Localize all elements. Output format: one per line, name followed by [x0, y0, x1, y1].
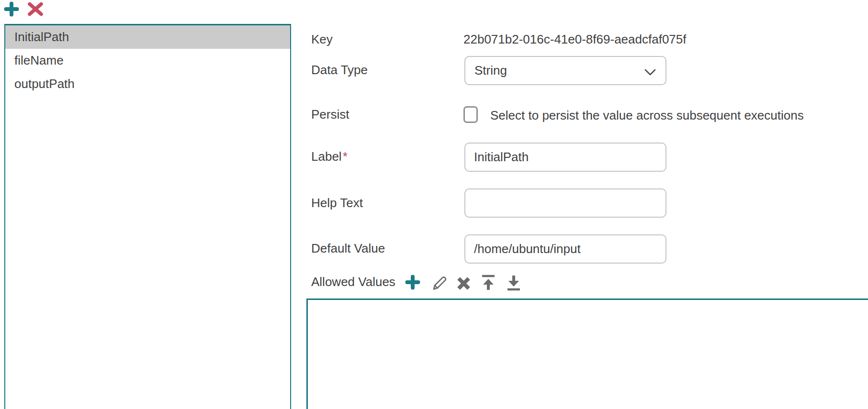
- data-type-selected-value: String: [474, 63, 507, 78]
- variable-list-item[interactable]: outputPath: [5, 72, 290, 96]
- variable-list-item[interactable]: fileName: [5, 49, 290, 72]
- data-type-select[interactable]: String: [464, 56, 666, 85]
- chevron-down-icon: [644, 69, 656, 76]
- persist-checkbox[interactable]: [463, 106, 478, 123]
- required-asterisk: *: [343, 149, 348, 164]
- allowed-values-move-bottom-icon[interactable]: [506, 275, 522, 292]
- help-text-input[interactable]: [464, 188, 666, 218]
- variable-list: InitialPath fileName outputPath: [4, 24, 291, 409]
- help-text-label: Help Text: [311, 196, 363, 210]
- default-value-input[interactable]: [464, 234, 666, 264]
- allowed-values-delete-icon[interactable]: [456, 276, 472, 291]
- label-field-label: Label*: [311, 149, 348, 164]
- allowed-values-edit-icon[interactable]: [430, 273, 448, 291]
- data-type-label: Data Type: [311, 63, 368, 77]
- add-variable-icon[interactable]: [4, 1, 19, 17]
- default-value-label: Default Value: [311, 241, 385, 256]
- allowed-values-move-top-icon[interactable]: [480, 274, 496, 292]
- key-label: Key: [311, 32, 333, 47]
- allowed-values-label: Allowed Values: [311, 275, 395, 289]
- allowed-values-add-icon[interactable]: [405, 275, 420, 290]
- key-value: 22b071b2-016c-41e0-8f69-aeadcfaf075f: [463, 32, 687, 47]
- label-field-label-text: Label: [311, 149, 342, 164]
- variable-list-item[interactable]: InitialPath: [5, 25, 290, 49]
- delete-variable-icon[interactable]: [27, 2, 44, 16]
- allowed-values-list[interactable]: [306, 298, 868, 409]
- persist-description: Select to persist the value across subse…: [490, 108, 804, 123]
- label-input[interactable]: [464, 143, 666, 172]
- persist-label: Persist: [311, 107, 349, 122]
